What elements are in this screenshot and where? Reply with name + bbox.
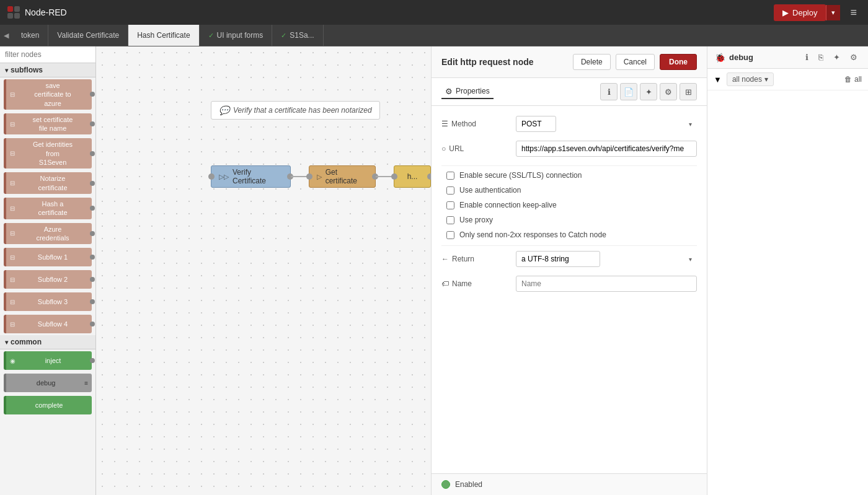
- use-auth-row: Use authentication: [441, 186, 697, 195]
- edit-tab-settings[interactable]: ⚙: [660, 83, 677, 100]
- topbar-right: ▶ Deploy ▾ ≡: [774, 4, 862, 22]
- node-save-certificate-to-azure[interactable]: ⊟ savecertificate toazure: [4, 79, 92, 110]
- url-input[interactable]: [516, 141, 697, 157]
- name-row: 🏷 Name: [441, 276, 697, 292]
- use-proxy-row: Use proxy: [441, 216, 697, 224]
- logo: Node-RED: [6, 5, 67, 20]
- properties-tab[interactable]: ⚙ Properties: [441, 85, 494, 99]
- filter-dropdown[interactable]: all nodes ▾: [727, 72, 774, 86]
- node-port-right: [90, 231, 95, 236]
- port-left: [208, 173, 215, 180]
- node-inject[interactable]: ◉ inject: [4, 351, 92, 370]
- node-subflow-4[interactable]: ⊟ Subflow 4: [4, 315, 92, 333]
- node-port-right: [90, 121, 95, 126]
- edit-panel-title: Edit http request node: [441, 57, 534, 67]
- tab-hash-certificate[interactable]: Hash Certificate: [128, 25, 199, 46]
- enable-secure-row: Enable secure (SSL/TLS) connection: [441, 171, 697, 180]
- name-label: 🏷 Name: [441, 279, 516, 288]
- canvas[interactable]: 💬 Verify that a certificate has been not…: [96, 46, 431, 495]
- section-common[interactable]: ▾ common: [0, 335, 95, 349]
- edit-tab-info[interactable]: ℹ: [600, 83, 618, 100]
- debug-info-button[interactable]: ℹ: [802, 51, 812, 63]
- node-red-logo: [6, 5, 21, 20]
- node-hash-certificate[interactable]: ⊟ Hash acertificate: [4, 198, 92, 219]
- use-auth-label[interactable]: Use authentication: [459, 186, 521, 195]
- gear-icon: ⚙: [445, 87, 453, 96]
- tab-validate-certificate[interactable]: Validate Certificate: [48, 25, 128, 46]
- section-subflows[interactable]: ▾ subflows: [0, 63, 95, 77]
- menu-button[interactable]: ≡: [845, 4, 862, 22]
- use-proxy-checkbox[interactable]: [446, 216, 454, 224]
- flow-node-body-hash[interactable]: h...: [394, 165, 431, 188]
- node-set-certificate-file-name[interactable]: ⊟ set certificatefile name: [4, 113, 92, 135]
- enable-secure-label[interactable]: Enable secure (SSL/TLS) connection: [459, 171, 582, 180]
- flow-node-body-verify[interactable]: ▷▷ Verify Certificate: [211, 165, 291, 188]
- topbar: Node-RED ▶ Deploy ▾ ≡: [0, 0, 868, 25]
- svg-rect-0: [7, 6, 13, 12]
- deploy-dropdown-button[interactable]: ▾: [826, 5, 840, 20]
- only-non2xx-label[interactable]: Only send non-2xx responses to Catch nod…: [459, 230, 606, 239]
- main-layout: ▾ subflows ⊟ savecertificate toazure ⊟ s…: [0, 46, 868, 495]
- debug-gear-button[interactable]: ⚙: [847, 51, 861, 63]
- node-debug[interactable]: debug ≡: [4, 374, 92, 392]
- flow-node-body-get-cert[interactable]: ▷ Get certificate: [309, 165, 376, 188]
- node-notarize-certificate[interactable]: ⊟ Notarizecertificate: [4, 172, 92, 194]
- debug-filter-bar: ▼ all nodes ▾ 🗑 all: [707, 69, 868, 90]
- node-subflow-2[interactable]: ⊟ Subflow 2: [4, 270, 92, 289]
- svg-rect-1: [14, 6, 20, 12]
- chevron-down-icon: ▾: [689, 121, 692, 128]
- use-auth-checkbox[interactable]: [446, 186, 454, 195]
- section-arrow: ▾: [5, 67, 8, 74]
- flow-node-get-cert[interactable]: ▷ Get certificate: [309, 164, 376, 189]
- node-azure-credentials[interactable]: ⊟ Azurecredentials: [4, 223, 92, 245]
- node-icon: ⊟: [10, 321, 15, 328]
- return-row: ← Return a UTF-8 string a binary buffer …: [441, 251, 697, 267]
- node-icon: ⊟: [10, 230, 15, 237]
- edit-body: ☰ Method GET POST PUT DELETE PATCH ▾: [432, 106, 707, 473]
- enable-secure-checkbox[interactable]: [446, 172, 454, 180]
- delete-button[interactable]: Delete: [573, 54, 611, 70]
- filter-nodes-input[interactable]: [0, 46, 95, 63]
- debug-settings-button[interactable]: ✦: [830, 51, 843, 63]
- method-row: ☰ Method GET POST PUT DELETE PATCH ▾: [441, 116, 697, 132]
- divider-2: [441, 245, 697, 246]
- edit-tab-grid[interactable]: ⊞: [680, 83, 697, 100]
- trash-icon: 🗑: [844, 75, 852, 84]
- node-subflow-1[interactable]: ⊟ Subflow 1: [4, 248, 92, 266]
- node-port-right: [90, 255, 95, 260]
- node-icon: ⊟: [10, 299, 15, 305]
- enable-keepalive-checkbox[interactable]: [446, 201, 454, 209]
- edit-tab-appearance[interactable]: ✦: [640, 83, 657, 100]
- debug-title: 🐞 debug: [715, 53, 753, 63]
- tab-s1sa[interactable]: ✓ S1Sa...: [272, 25, 323, 46]
- section-arrow: ▾: [5, 339, 8, 346]
- only-non2xx-checkbox[interactable]: [446, 231, 454, 239]
- node-get-identities[interactable]: ⊟ Get identitiesfromS1Seven: [4, 138, 92, 169]
- node-complete[interactable]: complete: [4, 396, 92, 414]
- edit-tab-description[interactable]: 📄: [620, 83, 637, 100]
- enable-keepalive-label[interactable]: Enable connection keep-alive: [459, 201, 557, 209]
- node-port-right: [90, 322, 95, 326]
- flow-node-verify[interactable]: ▷▷ Verify Certificate: [211, 164, 291, 189]
- cancel-button[interactable]: Cancel: [616, 54, 655, 70]
- flow-node-hash[interactable]: h...: [394, 164, 431, 189]
- flow-nodes: ▷▷ Verify Certificate ▷ Get certificate: [211, 164, 431, 189]
- tab-scroll-left[interactable]: ◀: [0, 32, 12, 40]
- comment-icon: 💬: [219, 105, 229, 115]
- tab-ui-input-forms[interactable]: ✓ UI input forms: [200, 25, 273, 46]
- deploy-button[interactable]: ▶ Deploy: [774, 4, 826, 21]
- clear-all-button[interactable]: 🗑 all: [844, 75, 862, 84]
- enable-keepalive-row: Enable connection keep-alive: [441, 201, 697, 209]
- tab-token[interactable]: token: [12, 25, 48, 46]
- node-subflow-3[interactable]: ⊟ Subflow 3: [4, 292, 92, 311]
- debug-controls: ℹ ⎘ ✦ ⚙: [802, 51, 861, 63]
- return-icon: ←: [441, 255, 449, 263]
- name-input[interactable]: [516, 276, 697, 292]
- done-button[interactable]: Done: [660, 54, 697, 70]
- debug-copy-button[interactable]: ⎘: [815, 51, 826, 63]
- use-proxy-label[interactable]: Use proxy: [459, 216, 493, 224]
- deploy-icon: ▶: [782, 8, 789, 17]
- return-select[interactable]: a UTF-8 string a binary buffer a parsed …: [516, 251, 600, 267]
- method-select[interactable]: GET POST PUT DELETE PATCH: [516, 116, 556, 132]
- debug-icon: 🐞: [715, 53, 725, 63]
